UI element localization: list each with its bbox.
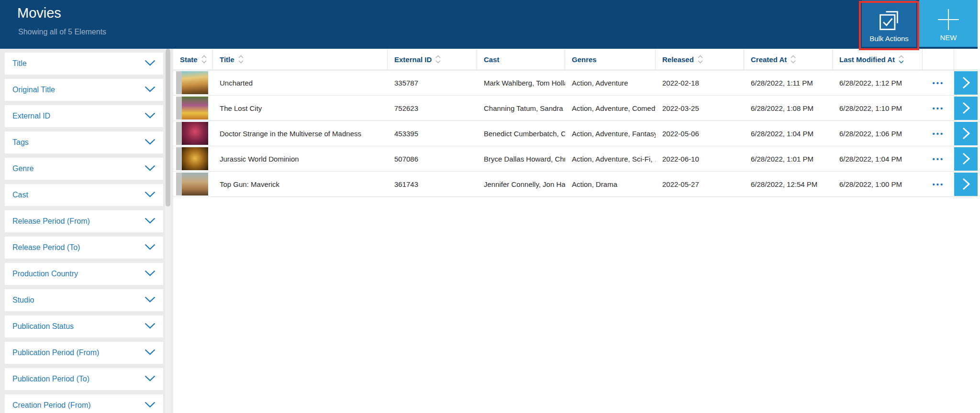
last-modified-at-cell: 6/28/2022, 1:00 PM [833,180,923,188]
column-header-created-at[interactable]: Created At [744,49,833,70]
last-modified-at-cell: 6/28/2022, 1:06 PM [833,130,923,138]
bulk-select-icon [877,8,902,34]
state-cell [173,122,213,145]
column-header-genres[interactable]: Genres [565,49,656,70]
chevron-down-icon [145,243,156,252]
chevron-right-icon [962,127,970,140]
filter-production-country[interactable]: Production Country [5,263,163,285]
title-cell: Top Gun: Maverick [213,180,388,188]
sort-icon[interactable] [698,55,703,64]
filter-original-title[interactable]: Original Title [5,79,163,101]
open-row-button[interactable] [954,173,978,196]
filter-release-period-to[interactable]: Release Period (To) [5,237,163,259]
filter-title[interactable]: Title [5,53,163,75]
cast-cell: Mark Wahlberg, Tom Holland [477,79,565,87]
state-indicator-bar [176,97,182,120]
state-cell [173,97,213,120]
movie-poster-thumbnail [182,173,208,196]
new-button-label: NEW [940,33,957,42]
state-cell [173,147,213,170]
external-id-cell: 335787 [388,79,477,87]
more-actions-button[interactable]: ••• [933,130,945,138]
new-button[interactable]: NEW [919,0,978,47]
table-row[interactable]: Uncharted 335787 Mark Wahlberg, Tom Holl… [173,70,978,96]
column-header-released[interactable]: Released [656,49,744,70]
filter-tags[interactable]: Tags [5,131,163,153]
title-cell: Uncharted [213,79,388,87]
table-row[interactable]: The Lost City 752623 Channing Tatum, San… [173,96,978,121]
filter-creation-period-from[interactable]: Creation Period (From) [5,394,163,413]
column-header-external-id[interactable]: External ID [388,49,477,70]
created-at-cell: 6/28/2022, 1:08 PM [744,104,833,112]
chevron-down-icon [145,59,156,68]
column-header-last-modified-at[interactable]: Last Modified At [833,49,923,70]
genres-cell: Action, Adventure, Comedy [565,104,656,112]
filter-external-id[interactable]: External ID [5,105,163,127]
result-count-text: Showing all of 5 Elements [18,28,106,36]
state-cell [173,173,213,196]
chevron-down-icon [145,86,156,94]
filter-publication-period-to[interactable]: Publication Period (To) [5,368,163,390]
movie-poster-thumbnail [182,147,208,170]
sidebar-scrollbar-thumb[interactable] [166,49,170,206]
page-title: Movies [17,5,61,21]
state-indicator-bar [176,122,182,145]
column-header-cast[interactable]: Cast [477,49,565,70]
sort-icon[interactable] [238,55,244,64]
last-modified-at-cell: 6/28/2022, 1:12 PM [833,79,923,87]
filter-publication-period-from[interactable]: Publication Period (From) [5,342,163,364]
open-row-button[interactable] [954,122,978,145]
more-actions-button[interactable]: ••• [933,79,945,87]
created-at-cell: 6/28/2022, 1:04 PM [744,130,833,138]
open-row-button[interactable] [954,97,978,120]
sort-icon-active-desc[interactable] [899,55,904,64]
chevron-down-icon [145,164,156,173]
movies-table: State Title External ID Cast Genres Rele… [173,49,978,413]
title-cell: Doctor Strange in the Multiverse of Madn… [213,130,388,138]
state-indicator-bar [176,147,182,170]
genres-cell: Action, Adventure, Fantasy [565,130,656,138]
released-cell: 2022-03-25 [656,104,744,112]
chevron-down-icon [145,348,156,357]
filter-genre[interactable]: Genre [5,158,163,180]
title-cell: The Lost City [213,104,388,112]
title-cell: Jurassic World Dominion [213,155,388,163]
movie-poster-thumbnail [182,122,208,145]
table-row[interactable]: Jurassic World Dominion 507086 Bryce Dal… [173,146,978,172]
more-actions-button[interactable]: ••• [933,180,945,188]
filter-cast[interactable]: Cast [5,184,163,206]
table-header-row: State Title External ID Cast Genres Rele… [173,49,978,70]
open-row-button[interactable] [954,71,978,95]
sidebar-scrollbar[interactable] [165,49,171,413]
filter-publication-status[interactable]: Publication Status [5,315,163,337]
column-header-open [954,49,978,70]
chevron-down-icon [145,296,156,304]
more-actions-button[interactable]: ••• [933,155,945,163]
column-header-actions [923,49,954,70]
chevron-right-icon [962,177,970,191]
more-actions-button[interactable]: ••• [933,104,945,112]
bulk-actions-button[interactable]: Bulk Actions [862,0,916,47]
column-header-state[interactable]: State [173,49,213,70]
state-indicator-bar [176,173,182,196]
chevron-right-icon [962,152,970,165]
cast-cell: Bryce Dallas Howard, Chri… [477,155,565,163]
created-at-cell: 6/28/2022, 1:01 PM [744,155,833,163]
open-row-button[interactable] [954,147,978,171]
sort-icon[interactable] [435,55,441,64]
chevron-down-icon [145,322,156,331]
sort-icon[interactable] [201,55,207,64]
column-header-title[interactable]: Title [213,49,388,70]
sort-icon[interactable] [791,55,796,64]
cast-cell: Channing Tatum, Sandra … [477,104,565,112]
chevron-right-icon [962,76,970,89]
filter-studio[interactable]: Studio [5,289,163,311]
chevron-down-icon [145,401,156,410]
genres-cell: Action, Adventure, Sci-Fi, … [565,155,656,163]
table-row[interactable]: Top Gun: Maverick 361743 Jennifer Connel… [173,172,978,197]
filter-list: Title Original Title External ID Tags Ge… [5,53,163,413]
cast-cell: Benedict Cumberbatch, C… [477,130,565,138]
table-row[interactable]: Doctor Strange in the Multiverse of Madn… [173,121,978,146]
filter-release-period-from[interactable]: Release Period (From) [5,210,163,232]
bulk-actions-label: Bulk Actions [869,34,909,43]
